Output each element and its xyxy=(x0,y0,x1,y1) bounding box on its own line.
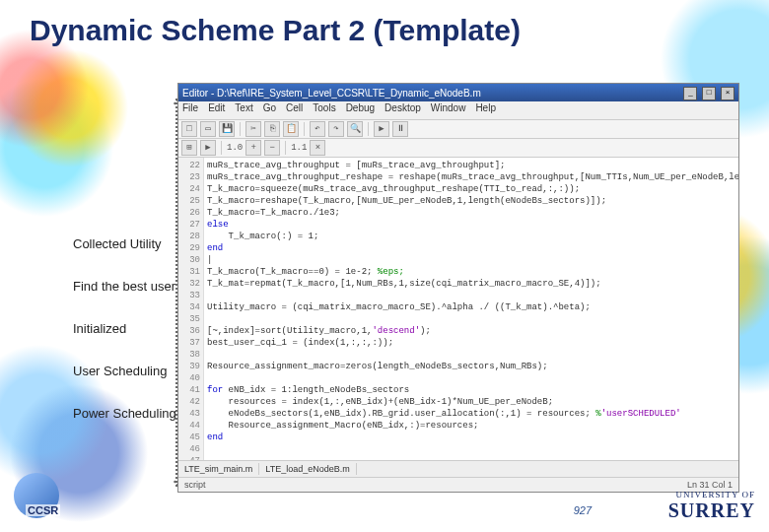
minus-icon[interactable]: − xyxy=(264,140,280,156)
menu-debug[interactable]: Debug xyxy=(346,102,375,113)
close-button[interactable]: × xyxy=(721,87,734,100)
find-icon[interactable]: 🔍 xyxy=(347,121,363,137)
paste-icon[interactable]: 📋 xyxy=(283,121,299,137)
cut-icon[interactable]: ✂ xyxy=(245,121,261,137)
callout-list: Collected Utility Find the best user Ini… xyxy=(73,236,176,448)
save-icon[interactable]: 💾 xyxy=(219,121,235,137)
callout-best-user: Find the best user xyxy=(73,279,176,294)
undo-icon[interactable]: ↶ xyxy=(310,121,325,137)
editor-body: 22 23 24 25 26 27 28 29 30 31 32 33 34 3… xyxy=(178,158,738,460)
matlab-editor-window: Editor - D:\Ref\IRE_System_Level_CCSR\LT… xyxy=(177,83,739,493)
surrey-main: SURREY xyxy=(668,499,755,522)
redo-icon[interactable]: ↷ xyxy=(328,121,344,137)
editor-titlebar[interactable]: Editor - D:\Ref\IRE_System_Level_CCSR\LT… xyxy=(178,84,738,101)
open-icon[interactable]: ▭ xyxy=(200,121,216,137)
pause-icon[interactable]: ⏸ xyxy=(392,121,408,137)
menu-text[interactable]: Text xyxy=(235,102,252,113)
menu-desktop[interactable]: Desktop xyxy=(384,102,421,113)
editor-statusbar: script Ln 31 Col 1 xyxy=(178,477,738,492)
run-icon[interactable]: ▶ xyxy=(374,121,389,137)
code-area[interactable]: muRs_trace_avg_throughput = [muRs_trace_… xyxy=(204,158,738,460)
times-icon[interactable]: × xyxy=(310,140,325,156)
minimize-button[interactable]: _ xyxy=(683,87,697,100)
new-icon[interactable]: □ xyxy=(181,121,197,137)
slide-title: Dynamic Scheme Part 2 (Template) xyxy=(30,14,521,47)
menu-help[interactable]: Help xyxy=(475,102,496,113)
copy-icon[interactable]: ⎘ xyxy=(264,121,280,137)
editor-title-text: Editor - D:\Ref\IRE_System_Level_CCSR\LT… xyxy=(182,88,481,99)
editor-tabs[interactable]: LTE_sim_main.mLTE_load_eNodeB.m xyxy=(178,460,738,477)
maximize-button[interactable]: □ xyxy=(702,87,716,100)
surrey-top: UNIVERSITY OF xyxy=(668,490,755,499)
menu-window[interactable]: Window xyxy=(431,102,466,113)
line-gutter: 22 23 24 25 26 27 28 29 30 31 32 33 34 3… xyxy=(178,158,204,460)
callout-initialized: Initialized xyxy=(73,321,176,336)
page-number: 927 xyxy=(574,504,592,516)
cell-run-icon[interactable]: ▶ xyxy=(200,140,216,156)
factor-field[interactable]: 1.1 xyxy=(291,143,307,153)
surrey-logo: UNIVERSITY OF SURREY xyxy=(668,490,755,522)
menu-cell[interactable]: Cell xyxy=(286,102,303,113)
menu-file[interactable]: File xyxy=(182,102,198,113)
callout-power-sched: Power Scheduling xyxy=(73,406,176,421)
menu-go[interactable]: Go xyxy=(263,102,276,113)
tab-lte_load_enodeb-m[interactable]: LTE_load_eNodeB.m xyxy=(259,463,356,475)
menu-tools[interactable]: Tools xyxy=(313,102,335,113)
plus-icon[interactable]: + xyxy=(245,140,261,156)
tab-lte_sim_main-m[interactable]: LTE_sim_main.m xyxy=(178,463,259,475)
status-right: Ln 31 Col 1 xyxy=(687,480,733,490)
ccsr-logo: CCSR xyxy=(14,471,83,520)
cell-icon[interactable]: ⊞ xyxy=(181,140,197,156)
ccsr-text: CCSR xyxy=(26,504,60,516)
editor-toolbar[interactable]: □▭💾✂⎘📋↶↷🔍▶⏸ xyxy=(178,120,738,139)
zoom-field[interactable]: 1.0 xyxy=(227,143,243,153)
callout-utility: Collected Utility xyxy=(73,236,176,251)
editor-menubar[interactable]: FileEditTextGoCellToolsDebugDesktopWindo… xyxy=(178,101,738,120)
editor-toolbar-2[interactable]: ⊞ ▶ 1.0 + − 1.1 × xyxy=(178,139,738,158)
status-left: script xyxy=(184,480,206,490)
menu-edit[interactable]: Edit xyxy=(208,102,225,113)
callout-user-sched: User Scheduling xyxy=(73,364,176,378)
window-buttons: _ □ × xyxy=(681,86,734,100)
